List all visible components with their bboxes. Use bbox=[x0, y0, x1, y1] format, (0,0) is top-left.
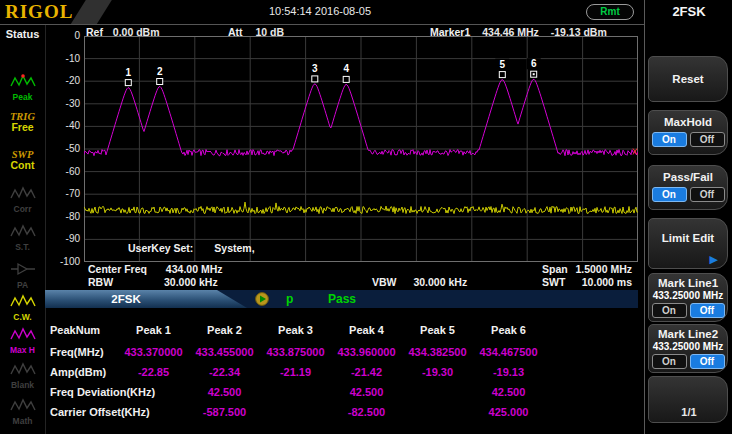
table-cell-value: 433.455000 bbox=[189, 346, 260, 358]
y-axis-tick-label: -50 bbox=[44, 144, 80, 154]
vbw-value: 30.000 kHz bbox=[413, 276, 467, 288]
table-cell-value: -21.19 bbox=[260, 366, 331, 378]
sidebar-item-st: S.T. bbox=[0, 223, 45, 252]
softkey-menu: Reset MaxHold On Off Pass/Fail On Off Li… bbox=[646, 25, 732, 434]
topbar-divider bbox=[0, 24, 645, 25]
peak-marker-square bbox=[499, 72, 505, 78]
y-axis-tick-label: -20 bbox=[44, 76, 80, 86]
peak-measurement-table: PeakNumPeak 1Peak 2Peak 3Peak 4Peak 5Pea… bbox=[50, 318, 544, 421]
table-cell-value: 434.382500 bbox=[402, 346, 473, 358]
menu-panel-title: 2FSK bbox=[646, 4, 732, 19]
function-tab: 2FSK bbox=[45, 290, 247, 308]
waveform-icon bbox=[10, 361, 36, 377]
table-row-label: Carrier Offset(KHz) bbox=[50, 406, 118, 418]
y-axis-tick-label: -90 bbox=[44, 234, 80, 244]
mark-line2-label: Mark Line2 bbox=[649, 328, 727, 341]
sidebar-item-blank: Blank bbox=[0, 361, 45, 390]
userkey-label: UserKey Set: bbox=[128, 242, 193, 254]
maxh-label: Max H bbox=[0, 346, 45, 355]
table-cell-value: -21.42 bbox=[331, 366, 402, 378]
table-row-label: Freq(MHz) bbox=[50, 346, 118, 358]
mark-line1-on-toggle[interactable]: On bbox=[652, 303, 687, 318]
pass-fail-result: Pass bbox=[328, 292, 356, 306]
mark-line2-button[interactable]: Mark Line2 433.25000 MHz On Off bbox=[648, 324, 728, 373]
menu-page-indicator: 1/1 bbox=[646, 406, 732, 418]
waveform-icon bbox=[10, 326, 36, 342]
table-cell-value: -22.34 bbox=[189, 366, 260, 378]
status-sidebar: Status PeakTRIGFreeSWPContCorrS.T.PAC.W.… bbox=[0, 25, 45, 434]
sweep-play-icon bbox=[255, 292, 269, 306]
peak-number-label: 6 bbox=[531, 58, 537, 69]
peak-number-label: 1 bbox=[126, 67, 132, 78]
table-cell-value: 42.500 bbox=[473, 386, 544, 398]
limit-edit-button[interactable]: Limit Edit ▶ bbox=[648, 218, 728, 269]
vbw-label: VBW bbox=[372, 276, 397, 288]
status-sidebar-title: Status bbox=[0, 28, 45, 40]
y-axis-tick-label: -60 bbox=[44, 167, 80, 177]
y-axis-tick-label: -70 bbox=[44, 189, 80, 199]
peak-number-label: 2 bbox=[157, 66, 163, 77]
peak-label: Peak bbox=[0, 93, 45, 102]
passfail-on-toggle[interactable]: On bbox=[652, 187, 687, 202]
table-header-peak1: Peak 1 bbox=[118, 324, 189, 336]
datetime-display: 10:54:14 2016-08-05 bbox=[0, 5, 640, 17]
peak-number-label: 5 bbox=[500, 59, 506, 70]
sidebar-item-pa: PA bbox=[0, 261, 45, 290]
submenu-arrow-icon: ▶ bbox=[710, 254, 718, 265]
limit-edit-label: Limit Edit bbox=[649, 232, 727, 245]
rbw-readout: RBW 30.000 kHz bbox=[88, 276, 218, 288]
table-cell-value: 433.960000 bbox=[331, 346, 402, 358]
waveform-icon bbox=[10, 293, 36, 309]
swp-line2: Cont bbox=[0, 160, 45, 171]
swt-value: 10.000 ms bbox=[520, 276, 632, 288]
top-bar: RIGOL 10:54:14 2016-08-05 Rmt 2FSK bbox=[0, 0, 732, 25]
y-axis-tick-label: 0 bbox=[44, 31, 80, 41]
table-header-peak4: Peak 4 bbox=[331, 324, 402, 336]
center-freq-label: Center Freq bbox=[88, 263, 147, 275]
waveform-icon bbox=[10, 185, 36, 201]
table-row-label: Amp(dBm) bbox=[50, 366, 118, 378]
sidebar-item-math: Math bbox=[0, 397, 45, 426]
table-row-label: Freq Deviation(KHz) bbox=[50, 386, 118, 398]
rbw-value: 30.000 kHz bbox=[164, 276, 218, 288]
center-freq-readout: Center Freq 434.00 MHz bbox=[88, 263, 222, 275]
remote-status-badge: Rmt bbox=[586, 4, 634, 20]
table-cell-value: 434.467500 bbox=[473, 346, 544, 358]
peak-number-label: 4 bbox=[343, 63, 349, 74]
corr-label: Corr bbox=[0, 205, 45, 214]
cw-label: C.W. bbox=[0, 313, 45, 322]
vbw-readout: VBW 30.000 kHz bbox=[372, 276, 467, 288]
passfail-label: Pass/Fail bbox=[649, 171, 727, 184]
peak-marker-square bbox=[157, 79, 163, 85]
reset-button[interactable]: Reset bbox=[648, 56, 728, 102]
pa-label: PA bbox=[0, 281, 45, 290]
table-cell-value: -19.13 bbox=[473, 366, 544, 378]
table-cell-value: 42.500 bbox=[189, 386, 260, 398]
mark-line1-off-toggle[interactable]: Off bbox=[690, 303, 725, 318]
waveform-icon bbox=[10, 223, 36, 239]
function-status-bar: 2FSK p Pass bbox=[45, 290, 638, 308]
maxhold-on-toggle[interactable]: On bbox=[652, 132, 687, 147]
table-cell-value: -22.85 bbox=[118, 366, 189, 378]
passfail-off-toggle[interactable]: Off bbox=[690, 187, 725, 202]
table-cell-value: -82.500 bbox=[331, 406, 402, 418]
mark-line2-on-toggle[interactable]: On bbox=[652, 354, 687, 369]
rbw-label: RBW bbox=[88, 276, 113, 288]
peak-marker-square bbox=[343, 76, 349, 82]
table-header-peak5: Peak 5 bbox=[402, 324, 473, 336]
sidebar-item-cw: C.W. bbox=[0, 293, 45, 322]
userkey-message: UserKey Set: System, bbox=[128, 242, 255, 254]
sidebar-divider bbox=[45, 25, 46, 434]
mark-line2-off-toggle[interactable]: Off bbox=[690, 354, 725, 369]
mark-line1-button[interactable]: Mark Line1 433.25000 MHz On Off bbox=[648, 273, 728, 322]
sidebar-item-corr: Corr bbox=[0, 185, 45, 214]
passfail-button[interactable]: Pass/Fail On Off bbox=[648, 165, 728, 210]
plot-canvas: 123456 bbox=[84, 36, 638, 262]
sidebar-item-peak: Peak bbox=[0, 73, 45, 102]
center-freq-value: 434.00 MHz bbox=[166, 263, 223, 275]
table-header-peak6: Peak 6 bbox=[473, 324, 544, 336]
y-axis-tick-label: -30 bbox=[44, 99, 80, 109]
maxhold-button[interactable]: MaxHold On Off bbox=[648, 110, 728, 155]
peak-marker-square bbox=[312, 76, 318, 82]
maxhold-off-toggle[interactable]: Off bbox=[690, 132, 725, 147]
